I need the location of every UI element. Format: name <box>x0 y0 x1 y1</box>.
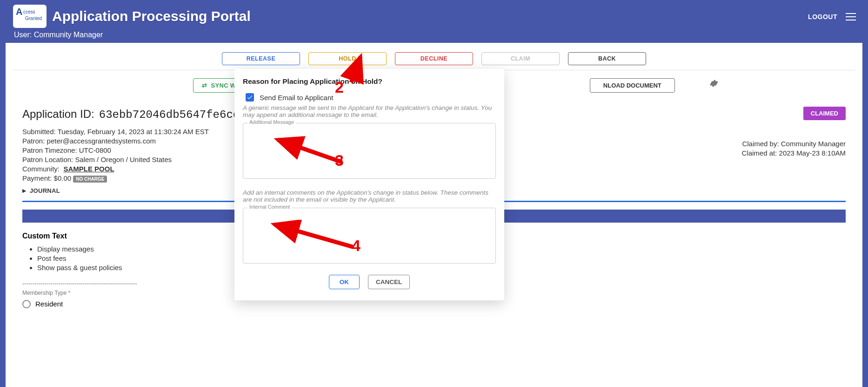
action-bar: RELEASE HOLD DECLINE CLAIM BACK <box>13 48 855 70</box>
app-title: Application Processing Portal <box>52 8 251 24</box>
claimed-info: Claimed by: Community Manager Claimed at… <box>742 138 846 158</box>
additional-message-label: Additional Message <box>247 119 296 125</box>
decline-button[interactable]: DECLINE <box>395 52 473 65</box>
send-email-label: Send Email to Applicant <box>260 94 333 102</box>
app-logo: A ccess Granted <box>13 5 47 28</box>
internal-comment-input[interactable] <box>243 208 496 264</box>
chevron-right-icon: ▶ <box>22 188 26 194</box>
membership-option[interactable]: Resident <box>22 300 846 308</box>
nocharge-badge: NO CHARGE <box>73 176 107 183</box>
logout-button[interactable]: LOGOUT <box>808 13 837 20</box>
dialog-hint-1: A generic message will be sent to the Ap… <box>243 104 496 118</box>
swap-icon: ⇄ <box>202 82 207 89</box>
gear-icon[interactable] <box>709 79 718 90</box>
internal-comment-label: Internal Comment <box>247 204 292 210</box>
menu-icon[interactable] <box>846 13 856 20</box>
dialog-title: Reason for Placing Application on Hold? <box>243 77 496 86</box>
claim-button: CLAIM <box>481 52 560 65</box>
dialog-hint-2: Add an internal comments on the Applicat… <box>243 189 496 203</box>
additional-message-input[interactable] <box>243 123 496 179</box>
release-button[interactable]: RELEASE <box>222 52 300 65</box>
status-badge: CLAIMED <box>803 107 846 120</box>
app-header: A ccess Granted Application Processing P… <box>0 0 868 43</box>
hold-reason-dialog: Reason for Placing Application on Hold? … <box>234 69 504 300</box>
community-link[interactable]: SAMPLE POOL <box>63 165 114 173</box>
back-button[interactable]: BACK <box>568 52 646 65</box>
ok-button[interactable]: OK <box>329 275 360 289</box>
send-email-checkbox[interactable] <box>246 93 254 102</box>
hold-button[interactable]: HOLD <box>308 52 387 65</box>
download-document-button[interactable]: NLOAD DOCUMENT <box>590 78 675 93</box>
user-line: User: Community Manager <box>14 31 251 39</box>
cancel-button[interactable]: CANCEL <box>368 275 410 289</box>
radio-icon[interactable] <box>22 300 31 308</box>
